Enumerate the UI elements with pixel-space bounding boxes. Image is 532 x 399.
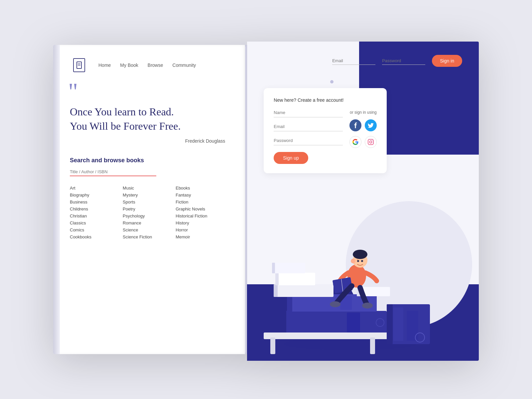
cat-mystery[interactable]: Mystery	[123, 193, 176, 198]
svg-rect-20	[272, 263, 305, 273]
svg-point-39	[361, 260, 363, 262]
cat-art[interactable]: Art	[70, 186, 123, 191]
search-wrap	[70, 168, 228, 176]
cat-romance[interactable]: Romance	[123, 220, 176, 225]
svg-rect-3	[368, 139, 373, 145]
signup-email-input[interactable]	[274, 122, 343, 131]
nav-community[interactable]: Community	[173, 63, 196, 68]
signup-card-inner: Sign up or sign in using	[274, 108, 377, 164]
svg-point-40	[357, 259, 358, 260]
cat-comics[interactable]: Comics	[70, 227, 123, 232]
svg-rect-15	[274, 284, 278, 297]
cat-historical-fiction[interactable]: Historical Fiction	[176, 213, 228, 218]
categories: Art Biography Business Childrens Christi…	[70, 186, 228, 239]
social-row-2	[349, 136, 377, 148]
svg-point-38	[357, 260, 359, 262]
search-section-title: Search and browse books	[70, 157, 228, 164]
password-input[interactable]	[382, 57, 425, 65]
svg-rect-8	[280, 311, 286, 334]
cat-science-fiction[interactable]: Science Fiction	[123, 234, 176, 239]
svg-rect-27	[393, 308, 403, 341]
svg-rect-22	[264, 332, 397, 339]
facebook-icon[interactable]	[349, 119, 361, 131]
svg-point-32	[353, 250, 367, 259]
cat-fiction[interactable]: Fiction	[176, 200, 228, 204]
nav: Home My Book Browse Community	[70, 58, 228, 72]
svg-rect-14	[274, 284, 333, 297]
cat-science[interactable]: Science	[123, 227, 176, 232]
nav-mybook[interactable]: My Book	[120, 63, 138, 68]
quote-mark: "	[68, 82, 228, 101]
cat-business[interactable]: Business	[70, 200, 123, 204]
cat-sports[interactable]: Sports	[123, 200, 176, 204]
cat-poetry[interactable]: Poetry	[123, 206, 176, 211]
right-page: Sign in New here? Create a free account!…	[247, 42, 479, 361]
svg-rect-7	[280, 311, 387, 334]
svg-rect-19	[275, 273, 279, 285]
social-row-1	[349, 119, 377, 131]
email-input[interactable]	[332, 57, 375, 65]
category-col-2: Music Mystery Sports Poetry Psychology R…	[123, 186, 176, 239]
cat-history[interactable]: History	[176, 220, 228, 225]
instagram-icon[interactable]	[365, 136, 377, 148]
svg-rect-24	[370, 337, 375, 354]
signup-form: Sign up	[274, 108, 343, 164]
signup-card: New here? Create a free account! Sign up…	[264, 88, 387, 173]
right-header: Sign in	[264, 55, 462, 67]
social-login: or sign in using	[349, 108, 377, 164]
cat-cookbooks[interactable]: Cookbooks	[70, 234, 123, 239]
svg-rect-18	[275, 273, 315, 285]
cat-childrens[interactable]: Childrens	[70, 206, 123, 211]
cat-christian[interactable]: Christian	[70, 213, 123, 218]
signin-button[interactable]: Sign in	[432, 55, 462, 67]
cat-classics[interactable]: Classics	[70, 220, 123, 225]
left-page: Home My Book Browse Community " Once You…	[53, 45, 245, 354]
decorative-dot	[330, 80, 333, 83]
cat-music[interactable]: Music	[123, 186, 176, 191]
svg-rect-26	[387, 304, 393, 344]
quote-text: Once You learn to Read. You Will be Fore…	[70, 105, 228, 133]
quote-author: Frederick Douglass	[70, 138, 228, 144]
svg-point-35	[330, 301, 340, 307]
cat-memoir[interactable]: Memoir	[176, 234, 228, 239]
nav-browse[interactable]: Browse	[148, 63, 163, 68]
cat-psychology[interactable]: Psychology	[123, 213, 176, 218]
signup-password-input[interactable]	[274, 136, 343, 145]
social-label: or sign in using	[350, 110, 377, 115]
svg-rect-21	[272, 263, 275, 273]
nav-links: Home My Book Browse Community	[98, 63, 196, 68]
svg-rect-23	[270, 337, 275, 354]
google-icon[interactable]	[349, 136, 361, 148]
logo-icon[interactable]	[73, 58, 85, 72]
cat-biography[interactable]: Biography	[70, 193, 123, 198]
twitter-icon[interactable]	[365, 119, 377, 131]
svg-point-37	[351, 259, 355, 263]
category-col-1: Art Biography Business Childrens Christi…	[70, 186, 123, 239]
cat-horror[interactable]: Horror	[176, 227, 228, 232]
svg-point-4	[370, 141, 372, 143]
signup-title: New here? Create a free account!	[274, 97, 377, 103]
cat-ebooks[interactable]: Ebooks	[176, 186, 228, 191]
search-input[interactable]	[70, 168, 156, 176]
books-illustration	[254, 214, 447, 354]
category-col-3: Ebooks Fantasy Fiction Graphic Novels Hi…	[176, 186, 228, 239]
svg-rect-9	[347, 313, 360, 332]
svg-rect-28	[407, 311, 418, 341]
signup-button[interactable]: Sign up	[274, 152, 308, 164]
signup-name-input[interactable]	[274, 108, 343, 117]
cat-fantasy[interactable]: Fantasy	[176, 193, 228, 198]
svg-point-5	[372, 140, 373, 141]
nav-home[interactable]: Home	[98, 63, 111, 68]
cat-graphic-novels[interactable]: Graphic Novels	[176, 206, 228, 211]
svg-point-36	[362, 303, 373, 309]
